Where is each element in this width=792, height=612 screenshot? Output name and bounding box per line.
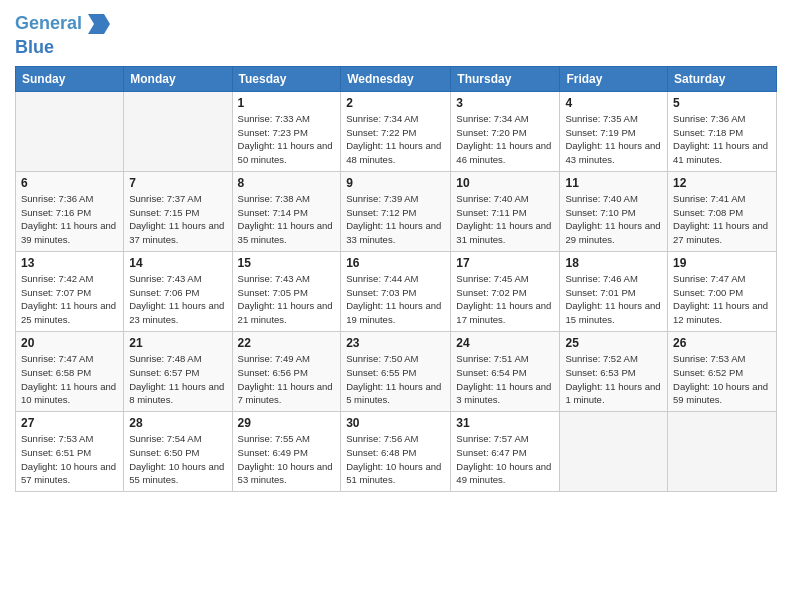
day-info: Sunrise: 7:53 AMSunset: 6:52 PMDaylight:… bbox=[673, 352, 771, 407]
day-info: Sunrise: 7:53 AMSunset: 6:51 PMDaylight:… bbox=[21, 432, 118, 487]
table-row: 8Sunrise: 7:38 AMSunset: 7:14 PMDaylight… bbox=[232, 171, 341, 251]
day-number: 19 bbox=[673, 256, 771, 270]
day-info: Sunrise: 7:36 AMSunset: 7:18 PMDaylight:… bbox=[673, 112, 771, 167]
table-row: 21Sunrise: 7:48 AMSunset: 6:57 PMDayligh… bbox=[124, 331, 232, 411]
table-row: 9Sunrise: 7:39 AMSunset: 7:12 PMDaylight… bbox=[341, 171, 451, 251]
table-row: 15Sunrise: 7:43 AMSunset: 7:05 PMDayligh… bbox=[232, 251, 341, 331]
table-row: 5Sunrise: 7:36 AMSunset: 7:18 PMDaylight… bbox=[668, 91, 777, 171]
day-info: Sunrise: 7:44 AMSunset: 7:03 PMDaylight:… bbox=[346, 272, 445, 327]
table-row: 30Sunrise: 7:56 AMSunset: 6:48 PMDayligh… bbox=[341, 412, 451, 492]
day-info: Sunrise: 7:49 AMSunset: 6:56 PMDaylight:… bbox=[238, 352, 336, 407]
day-number: 1 bbox=[238, 96, 336, 110]
logo-blue-text: Blue bbox=[15, 38, 114, 58]
table-row: 1Sunrise: 7:33 AMSunset: 7:23 PMDaylight… bbox=[232, 91, 341, 171]
day-header-wednesday: Wednesday bbox=[341, 66, 451, 91]
calendar: SundayMondayTuesdayWednesdayThursdayFrid… bbox=[15, 66, 777, 492]
table-row: 29Sunrise: 7:55 AMSunset: 6:49 PMDayligh… bbox=[232, 412, 341, 492]
day-number: 15 bbox=[238, 256, 336, 270]
table-row: 19Sunrise: 7:47 AMSunset: 7:00 PMDayligh… bbox=[668, 251, 777, 331]
calendar-row-4: 20Sunrise: 7:47 AMSunset: 6:58 PMDayligh… bbox=[16, 331, 777, 411]
logo-text: General bbox=[15, 14, 82, 34]
day-info: Sunrise: 7:33 AMSunset: 7:23 PMDaylight:… bbox=[238, 112, 336, 167]
table-row: 14Sunrise: 7:43 AMSunset: 7:06 PMDayligh… bbox=[124, 251, 232, 331]
day-header-tuesday: Tuesday bbox=[232, 66, 341, 91]
day-number: 20 bbox=[21, 336, 118, 350]
table-row: 20Sunrise: 7:47 AMSunset: 6:58 PMDayligh… bbox=[16, 331, 124, 411]
day-number: 30 bbox=[346, 416, 445, 430]
day-number: 22 bbox=[238, 336, 336, 350]
day-info: Sunrise: 7:46 AMSunset: 7:01 PMDaylight:… bbox=[565, 272, 662, 327]
table-row: 12Sunrise: 7:41 AMSunset: 7:08 PMDayligh… bbox=[668, 171, 777, 251]
logo: General Blue bbox=[15, 10, 114, 58]
table-row: 23Sunrise: 7:50 AMSunset: 6:55 PMDayligh… bbox=[341, 331, 451, 411]
day-info: Sunrise: 7:47 AMSunset: 7:00 PMDaylight:… bbox=[673, 272, 771, 327]
day-number: 11 bbox=[565, 176, 662, 190]
day-number: 26 bbox=[673, 336, 771, 350]
table-row: 11Sunrise: 7:40 AMSunset: 7:10 PMDayligh… bbox=[560, 171, 668, 251]
day-info: Sunrise: 7:36 AMSunset: 7:16 PMDaylight:… bbox=[21, 192, 118, 247]
day-info: Sunrise: 7:41 AMSunset: 7:08 PMDaylight:… bbox=[673, 192, 771, 247]
header-row: SundayMondayTuesdayWednesdayThursdayFrid… bbox=[16, 66, 777, 91]
day-info: Sunrise: 7:39 AMSunset: 7:12 PMDaylight:… bbox=[346, 192, 445, 247]
table-row bbox=[560, 412, 668, 492]
day-number: 4 bbox=[565, 96, 662, 110]
day-info: Sunrise: 7:43 AMSunset: 7:05 PMDaylight:… bbox=[238, 272, 336, 327]
day-number: 3 bbox=[456, 96, 554, 110]
day-header-thursday: Thursday bbox=[451, 66, 560, 91]
day-number: 27 bbox=[21, 416, 118, 430]
day-info: Sunrise: 7:34 AMSunset: 7:20 PMDaylight:… bbox=[456, 112, 554, 167]
day-info: Sunrise: 7:50 AMSunset: 6:55 PMDaylight:… bbox=[346, 352, 445, 407]
day-info: Sunrise: 7:52 AMSunset: 6:53 PMDaylight:… bbox=[565, 352, 662, 407]
header: General Blue bbox=[15, 10, 777, 58]
day-number: 5 bbox=[673, 96, 771, 110]
day-number: 9 bbox=[346, 176, 445, 190]
day-info: Sunrise: 7:57 AMSunset: 6:47 PMDaylight:… bbox=[456, 432, 554, 487]
day-info: Sunrise: 7:56 AMSunset: 6:48 PMDaylight:… bbox=[346, 432, 445, 487]
day-info: Sunrise: 7:38 AMSunset: 7:14 PMDaylight:… bbox=[238, 192, 336, 247]
table-row: 13Sunrise: 7:42 AMSunset: 7:07 PMDayligh… bbox=[16, 251, 124, 331]
day-info: Sunrise: 7:37 AMSunset: 7:15 PMDaylight:… bbox=[129, 192, 226, 247]
day-info: Sunrise: 7:45 AMSunset: 7:02 PMDaylight:… bbox=[456, 272, 554, 327]
table-row: 26Sunrise: 7:53 AMSunset: 6:52 PMDayligh… bbox=[668, 331, 777, 411]
day-info: Sunrise: 7:47 AMSunset: 6:58 PMDaylight:… bbox=[21, 352, 118, 407]
calendar-row-3: 13Sunrise: 7:42 AMSunset: 7:07 PMDayligh… bbox=[16, 251, 777, 331]
table-row: 4Sunrise: 7:35 AMSunset: 7:19 PMDaylight… bbox=[560, 91, 668, 171]
table-row bbox=[124, 91, 232, 171]
day-info: Sunrise: 7:55 AMSunset: 6:49 PMDaylight:… bbox=[238, 432, 336, 487]
svg-marker-0 bbox=[88, 14, 110, 34]
page: General Blue SundayMondayTuesdayWednesda… bbox=[0, 0, 792, 612]
day-number: 25 bbox=[565, 336, 662, 350]
table-row: 25Sunrise: 7:52 AMSunset: 6:53 PMDayligh… bbox=[560, 331, 668, 411]
table-row: 22Sunrise: 7:49 AMSunset: 6:56 PMDayligh… bbox=[232, 331, 341, 411]
day-header-saturday: Saturday bbox=[668, 66, 777, 91]
day-header-monday: Monday bbox=[124, 66, 232, 91]
day-number: 21 bbox=[129, 336, 226, 350]
day-info: Sunrise: 7:48 AMSunset: 6:57 PMDaylight:… bbox=[129, 352, 226, 407]
day-info: Sunrise: 7:40 AMSunset: 7:10 PMDaylight:… bbox=[565, 192, 662, 247]
table-row bbox=[16, 91, 124, 171]
table-row: 17Sunrise: 7:45 AMSunset: 7:02 PMDayligh… bbox=[451, 251, 560, 331]
day-header-friday: Friday bbox=[560, 66, 668, 91]
day-number: 18 bbox=[565, 256, 662, 270]
day-info: Sunrise: 7:54 AMSunset: 6:50 PMDaylight:… bbox=[129, 432, 226, 487]
day-number: 12 bbox=[673, 176, 771, 190]
day-number: 16 bbox=[346, 256, 445, 270]
day-number: 13 bbox=[21, 256, 118, 270]
table-row: 16Sunrise: 7:44 AMSunset: 7:03 PMDayligh… bbox=[341, 251, 451, 331]
day-info: Sunrise: 7:42 AMSunset: 7:07 PMDaylight:… bbox=[21, 272, 118, 327]
calendar-row-5: 27Sunrise: 7:53 AMSunset: 6:51 PMDayligh… bbox=[16, 412, 777, 492]
day-info: Sunrise: 7:35 AMSunset: 7:19 PMDaylight:… bbox=[565, 112, 662, 167]
day-number: 23 bbox=[346, 336, 445, 350]
table-row: 2Sunrise: 7:34 AMSunset: 7:22 PMDaylight… bbox=[341, 91, 451, 171]
day-number: 14 bbox=[129, 256, 226, 270]
day-info: Sunrise: 7:51 AMSunset: 6:54 PMDaylight:… bbox=[456, 352, 554, 407]
day-number: 10 bbox=[456, 176, 554, 190]
day-number: 6 bbox=[21, 176, 118, 190]
day-number: 24 bbox=[456, 336, 554, 350]
day-number: 8 bbox=[238, 176, 336, 190]
day-info: Sunrise: 7:43 AMSunset: 7:06 PMDaylight:… bbox=[129, 272, 226, 327]
table-row: 27Sunrise: 7:53 AMSunset: 6:51 PMDayligh… bbox=[16, 412, 124, 492]
table-row: 18Sunrise: 7:46 AMSunset: 7:01 PMDayligh… bbox=[560, 251, 668, 331]
table-row: 3Sunrise: 7:34 AMSunset: 7:20 PMDaylight… bbox=[451, 91, 560, 171]
table-row bbox=[668, 412, 777, 492]
